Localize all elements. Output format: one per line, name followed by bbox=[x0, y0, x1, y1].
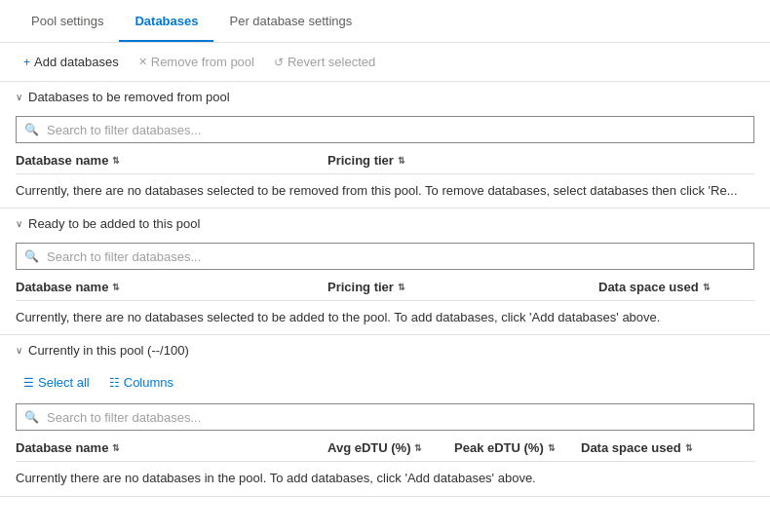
pool-table: Database name ⇅ Avg eDTU (%) ⇅ Peak eDTU… bbox=[0, 435, 770, 495]
add-search-box[interactable]: 🔍 bbox=[16, 243, 754, 270]
remove-section: ∨ Databases to be removed from pool 🔍 Da… bbox=[0, 82, 770, 209]
remove-search-box[interactable]: 🔍 bbox=[16, 116, 754, 143]
pool-section-title: Currently in this pool (--/100) bbox=[28, 343, 189, 358]
pool-col-peak-edtu: Peak eDTU (%) ⇅ bbox=[454, 440, 581, 455]
pool-section-actions: ☰ Select all ☷ Columns bbox=[0, 365, 770, 399]
sort-icon[interactable]: ⇅ bbox=[112, 283, 120, 292]
remove-search-input[interactable] bbox=[47, 123, 753, 137]
pool-col-data-space: Data space used ⇅ bbox=[581, 440, 737, 455]
pool-search-box[interactable]: 🔍 bbox=[16, 403, 754, 431]
tab-bar: Pool settings Databases Per database set… bbox=[0, 0, 770, 43]
pool-section: ∨ Currently in this pool (--/100) ☰ Sele… bbox=[0, 335, 770, 496]
tab-databases[interactable]: Databases bbox=[119, 2, 213, 42]
columns-icon: ☷ bbox=[109, 376, 120, 390]
chevron-down-icon: ∨ bbox=[16, 92, 22, 102]
add-col-pricing: Pricing tier ⇅ bbox=[327, 280, 598, 294]
remove-section-title: Databases to be removed from pool bbox=[28, 90, 230, 104]
add-table-header: Database name ⇅ Pricing tier ⇅ Data spac… bbox=[16, 274, 754, 301]
remove-section-header[interactable]: ∨ Databases to be removed from pool bbox=[0, 82, 770, 112]
toolbar: + Add databases ✕ Remove from pool ↺ Rev… bbox=[0, 43, 770, 82]
sort-icon[interactable]: ⇅ bbox=[398, 156, 405, 166]
remove-col-db-name: Database name ⇅ bbox=[16, 153, 327, 168]
remove-empty-message: Currently, there are no databases select… bbox=[16, 174, 754, 208]
select-all-icon: ☰ bbox=[23, 376, 34, 390]
select-all-button[interactable]: ☰ Select all bbox=[16, 371, 97, 394]
pool-table-header: Database name ⇅ Avg eDTU (%) ⇅ Peak eDTU… bbox=[16, 435, 754, 462]
revert-icon: ↺ bbox=[274, 56, 284, 69]
sort-icon[interactable]: ⇅ bbox=[703, 283, 711, 292]
add-empty-message: Currently, there are no databases select… bbox=[16, 301, 754, 334]
chevron-down-icon: ∨ bbox=[16, 345, 22, 356]
remove-col-pricing: Pricing tier ⇅ bbox=[327, 153, 754, 168]
tab-per-database-settings[interactable]: Per database settings bbox=[213, 2, 367, 42]
add-section-header[interactable]: ∨ Ready to be added to this pool bbox=[0, 209, 770, 239]
pool-col-db-name: Database name ⇅ bbox=[16, 440, 327, 455]
add-search-input[interactable] bbox=[47, 249, 753, 264]
revert-selected-button[interactable]: ↺ Revert selected bbox=[266, 51, 383, 73]
x-icon: ✕ bbox=[138, 56, 147, 68]
chevron-down-icon: ∨ bbox=[16, 218, 22, 229]
search-icon: 🔍 bbox=[17, 123, 47, 136]
sort-icon[interactable]: ⇅ bbox=[112, 443, 120, 453]
pool-search-input[interactable] bbox=[47, 410, 753, 425]
remove-table-header: Database name ⇅ Pricing tier ⇅ bbox=[16, 147, 754, 174]
sort-icon[interactable]: ⇅ bbox=[112, 156, 120, 166]
add-col-data-space: Data space used ⇅ bbox=[598, 280, 754, 294]
main-content: ∨ Databases to be removed from pool 🔍 Da… bbox=[0, 82, 770, 532]
remove-from-pool-button[interactable]: ✕ Remove from pool bbox=[131, 51, 262, 73]
pool-col-avg-edtu: Avg eDTU (%) ⇅ bbox=[327, 440, 454, 455]
pool-section-header[interactable]: ∨ Currently in this pool (--/100) bbox=[0, 335, 770, 365]
sort-icon[interactable]: ⇅ bbox=[685, 443, 693, 453]
add-section: ∨ Ready to be added to this pool 🔍 Datab… bbox=[0, 209, 770, 335]
remove-table: Database name ⇅ Pricing tier ⇅ Currently… bbox=[0, 147, 770, 208]
sort-icon[interactable]: ⇅ bbox=[398, 283, 405, 292]
search-icon: 🔍 bbox=[17, 410, 47, 424]
add-table: Database name ⇅ Pricing tier ⇅ Data spac… bbox=[0, 274, 770, 334]
add-section-title: Ready to be added to this pool bbox=[28, 216, 200, 231]
search-icon: 🔍 bbox=[17, 249, 47, 263]
sort-icon[interactable]: ⇅ bbox=[414, 443, 422, 453]
columns-button[interactable]: ☷ Columns bbox=[101, 371, 181, 394]
pool-empty-message: Currently there are no databases in the … bbox=[16, 462, 754, 495]
sort-icon[interactable]: ⇅ bbox=[548, 443, 556, 453]
tab-pool-settings[interactable]: Pool settings bbox=[16, 2, 119, 42]
add-col-db-name: Database name ⇅ bbox=[16, 280, 327, 294]
add-databases-button[interactable]: + Add databases bbox=[16, 51, 127, 73]
plus-icon: + bbox=[23, 56, 30, 69]
